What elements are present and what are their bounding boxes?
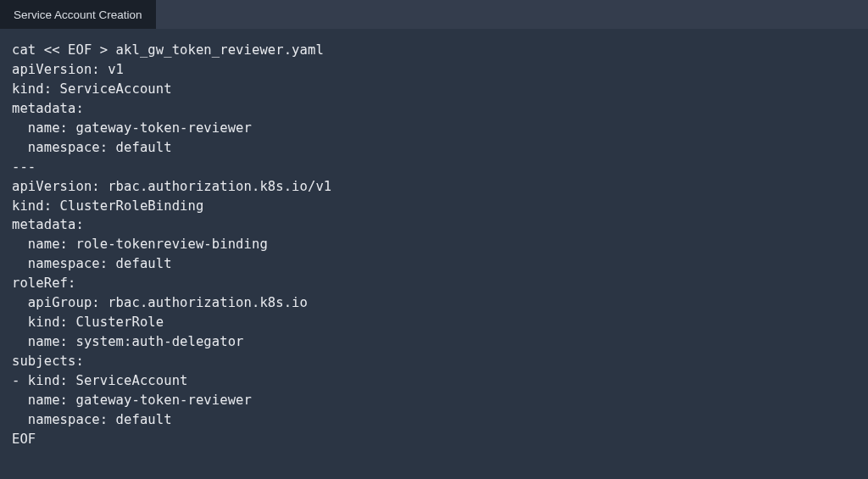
tab-service-account-creation[interactable]: Service Account Creation bbox=[0, 0, 156, 29]
code-block[interactable]: cat << EOF > akl_gw_token_reviewer.yaml … bbox=[0, 29, 868, 461]
tab-bar: Service Account Creation bbox=[0, 0, 868, 29]
tab-label: Service Account Creation bbox=[14, 8, 142, 21]
